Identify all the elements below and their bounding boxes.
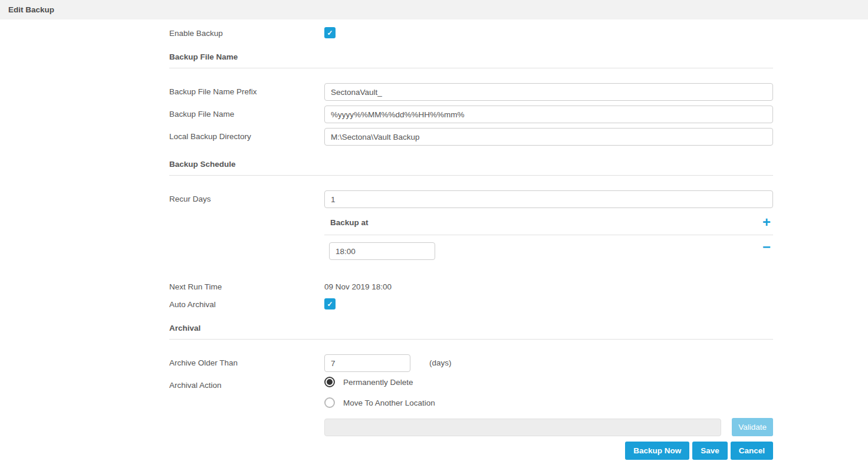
radio-option-label: Permanently Delete [343,378,413,387]
archive-older-than-label: Archive Older Than [169,354,324,367]
add-time-icon[interactable]: + [762,218,771,227]
archival-location-row: Validate [324,418,773,436]
backup-file-name-label: Backup File Name [169,106,324,118]
backup-at-label: Backup at [330,218,369,227]
recur-days-row: Recur Days [169,190,773,208]
backup-now-button[interactable]: Backup Now [625,442,689,460]
backup-file-name-prefix-row: Backup File Name Prefix [169,83,773,101]
backup-at-header: Backup at + [324,213,773,235]
archival-action-option-move-to-another-location[interactable]: Move To Another Location [324,397,773,408]
recur-days-label: Recur Days [169,190,324,203]
enable-backup-checkbox[interactable]: ✓ [324,27,336,38]
backup-at-block: Backup at + − [169,213,773,260]
check-icon: ✓ [327,29,333,37]
backup-file-name-prefix-label: Backup File Name Prefix [169,83,324,96]
archival-action-row: Archival Action Permanently Delete Move … [169,377,773,436]
section-title-archival: Archival [169,314,773,340]
archival-location-input[interactable] [324,419,721,436]
save-button[interactable]: Save [692,442,728,460]
remove-time-icon[interactable]: − [762,242,771,252]
backup-file-name-prefix-input[interactable] [324,83,773,101]
backup-time-input[interactable] [329,242,435,260]
edit-backup-form: Enable Backup ✓ Backup File Name Backup … [169,19,773,461]
archive-older-than-input[interactable] [324,354,410,372]
backup-time-row: − [324,235,773,260]
local-backup-directory-input[interactable] [324,128,773,146]
enable-backup-row: Enable Backup ✓ [169,25,773,38]
next-run-time-value: 09 Nov 2019 18:00 [324,278,773,291]
radio-unselected-icon[interactable] [324,397,335,408]
page-title: Edit Backup [8,5,54,14]
check-icon: ✓ [327,301,333,308]
page-header: Edit Backup [0,0,868,19]
archival-action-option-permanently-delete[interactable]: Permanently Delete [324,377,773,387]
archive-older-than-row: Archive Older Than (days) [169,354,773,372]
radio-selected-icon[interactable] [324,377,335,387]
section-title-backup-file-name: Backup File Name [169,43,773,68]
backup-file-name-input[interactable] [324,106,773,123]
recur-days-input[interactable] [324,190,773,208]
auto-archival-row: Auto Archival ✓ [169,296,773,309]
radio-option-label: Move To Another Location [343,399,435,407]
backup-file-name-row: Backup File Name [169,106,773,123]
local-backup-directory-row: Local Backup Directory [169,128,773,146]
next-run-time-row: Next Run Time 09 Nov 2019 18:00 [169,278,773,291]
form-actions: Backup Now Save Cancel [169,442,773,461]
validate-button[interactable]: Validate [732,418,773,436]
archival-action-label: Archival Action [169,377,324,390]
auto-archival-label: Auto Archival [169,296,324,309]
next-run-time-label: Next Run Time [169,278,324,291]
section-title-backup-schedule: Backup Schedule [169,150,773,176]
auto-archival-checkbox[interactable]: ✓ [324,298,336,309]
archive-older-than-unit: (days) [429,354,452,367]
local-backup-directory-label: Local Backup Directory [169,128,324,141]
enable-backup-label: Enable Backup [169,25,324,38]
cancel-button[interactable]: Cancel [731,442,773,460]
